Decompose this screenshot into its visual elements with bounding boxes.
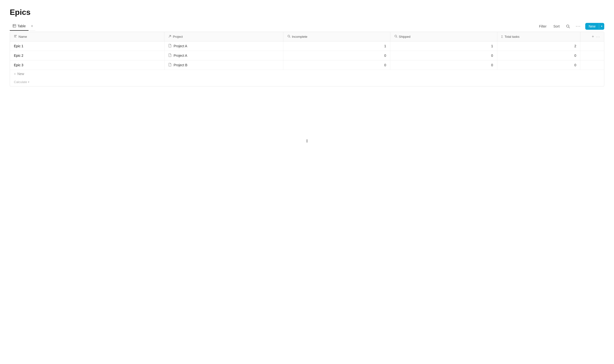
document-icon — [168, 63, 171, 67]
row-2-name[interactable]: Epic 2 — [10, 51, 164, 60]
table-row: Epic 3 Project B — [10, 60, 604, 70]
calculate-label: Calculate — [14, 80, 27, 84]
new-button-label: New — [585, 23, 599, 30]
svg-line-9 — [289, 37, 290, 38]
row-2-project[interactable]: Project A — [164, 51, 283, 60]
tab-table-label: Table — [18, 24, 26, 28]
text-cursor: I — [306, 139, 307, 144]
more-icon: ··· — [576, 24, 581, 29]
col-header-name[interactable]: Name — [10, 32, 164, 41]
new-button-chevron: ▾ — [599, 23, 604, 29]
svg-line-11 — [396, 37, 397, 38]
table-row: Epic 2 Project A — [10, 51, 604, 60]
add-row-button[interactable]: + New — [10, 70, 604, 78]
col-header-actions: + ··· — [580, 32, 604, 41]
sort-button[interactable]: Sort — [551, 23, 562, 29]
svg-rect-5 — [14, 35, 17, 36]
col-header-shipped[interactable]: Shipped — [390, 32, 497, 41]
row-3-incomplete[interactable]: 0 — [283, 60, 390, 70]
row-1-project[interactable]: Project A — [164, 41, 283, 51]
svg-rect-0 — [13, 24, 16, 27]
col-header-total[interactable]: Σ Total tasks — [497, 32, 580, 41]
tab-table[interactable]: Table — [10, 22, 28, 31]
row-3-total[interactable]: 0 — [497, 60, 580, 70]
col-header-incomplete[interactable]: Incomplete — [283, 32, 390, 41]
row-1-project-label: Project A — [173, 44, 187, 48]
svg-line-4 — [569, 27, 570, 28]
sigma-icon: Σ — [501, 35, 503, 39]
filter-label: Filter — [539, 24, 547, 28]
calculate-chevron: ▾ — [28, 81, 29, 83]
row-3-project-label: Project B — [173, 63, 187, 67]
row-2-shipped[interactable]: 0 — [390, 51, 497, 60]
calculate-button[interactable]: Calculate ▾ — [10, 78, 604, 86]
incomplete-search-icon — [287, 35, 290, 39]
add-tab-button[interactable]: + — [28, 23, 35, 29]
col-shipped-label: Shipped — [399, 35, 411, 39]
tab-bar: Table + — [10, 22, 35, 31]
row-3-name[interactable]: Epic 3 — [10, 60, 164, 70]
row-1-incomplete[interactable]: 1 — [283, 41, 390, 51]
table-icon — [13, 24, 16, 28]
col-incomplete-label: Incomplete — [292, 35, 307, 39]
row-3-shipped[interactable]: 0 — [390, 60, 497, 70]
row-1-name[interactable]: Epic 1 — [10, 41, 164, 51]
col-total-label: Total tasks — [505, 35, 520, 39]
svg-rect-6 — [14, 36, 16, 37]
new-button[interactable]: New ▾ — [585, 23, 604, 30]
arrow-up-right-icon — [168, 35, 171, 39]
svg-rect-7 — [14, 37, 16, 38]
col-name-label: Name — [18, 35, 27, 39]
row-1-actions — [580, 41, 604, 51]
row-2-project-label: Project A — [173, 54, 187, 57]
row-2-total[interactable]: 0 — [497, 51, 580, 60]
epics-table: Name Project — [10, 32, 604, 87]
more-options-button[interactable]: ··· — [574, 23, 582, 30]
row-1-shipped[interactable]: 1 — [390, 41, 497, 51]
filter-button[interactable]: Filter — [537, 23, 549, 29]
add-row-label: New — [17, 72, 24, 76]
col-header-project[interactable]: Project — [164, 32, 283, 41]
add-icon: + — [14, 72, 16, 76]
sort-label: Sort — [553, 24, 560, 28]
row-1-total[interactable]: 2 — [497, 41, 580, 51]
shipped-search-icon — [394, 35, 397, 39]
table-header-row: Name Project — [10, 32, 604, 41]
text-icon — [14, 35, 17, 39]
row-3-project[interactable]: Project B — [164, 60, 283, 70]
page-title: Epics — [10, 8, 604, 17]
table-row: Epic 1 Project A — [10, 41, 604, 51]
search-button[interactable] — [564, 23, 571, 29]
column-options-button[interactable]: ··· — [596, 35, 600, 39]
add-column-button[interactable]: + — [592, 34, 594, 39]
row-2-actions — [580, 51, 604, 60]
document-icon — [168, 44, 171, 48]
toolbar: Filter Sort ··· New ▾ — [537, 21, 604, 32]
row-3-actions — [580, 60, 604, 70]
document-icon — [168, 53, 171, 58]
col-project-label: Project — [173, 35, 183, 39]
row-2-incomplete[interactable]: 0 — [283, 51, 390, 60]
